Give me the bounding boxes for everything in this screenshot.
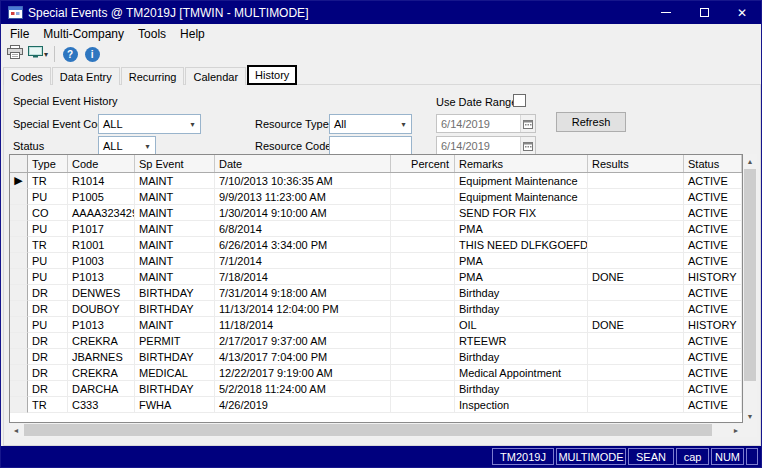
table-row[interactable]: DR CREKRA MEDICAL 12/22/2017 9:19:00 AM …: [10, 365, 742, 381]
table-row[interactable]: PU P1017 MAINT 6/8/2014 PMA ACTIVE: [10, 221, 742, 237]
cell-date: 1/30/2014 9:10:00 AM: [215, 205, 391, 221]
table-row[interactable]: TR C333 FWHA 4/26/2019 Inspection ACTIVE: [10, 397, 742, 413]
scroll-left-icon[interactable]: ◄: [9, 423, 23, 437]
refresh-button[interactable]: Refresh: [556, 112, 626, 132]
table-row[interactable]: DR CREKRA PERMIT 2/17/2017 9:37:00 AM RT…: [10, 333, 742, 349]
scroll-right-icon[interactable]: ►: [729, 423, 743, 437]
col-header-remarks[interactable]: Remarks: [455, 155, 588, 172]
use-date-range-checkbox[interactable]: [513, 94, 526, 107]
menu-tools[interactable]: Tools: [131, 26, 173, 42]
table-row[interactable]: CO AAAA323429 MAINT 1/30/2014 9:10:00 AM…: [10, 205, 742, 221]
tab-recurring[interactable]: Recurring: [121, 67, 185, 85]
col-header-type[interactable]: Type: [28, 155, 68, 172]
table-row[interactable]: PU P1003 MAINT 7/1/2014 PMA ACTIVE: [10, 253, 742, 269]
cell-percent: [391, 317, 455, 333]
toolbar-separator: [54, 46, 55, 62]
chevron-down-icon[interactable]: ▾: [44, 50, 48, 59]
table-row[interactable]: DR DENWES BIRTHDAY 7/31/2014 9:18:00 AM …: [10, 285, 742, 301]
cell-remarks: PMA: [455, 221, 588, 237]
cell-results: [588, 333, 684, 349]
vertical-scroll-thumb[interactable]: [744, 169, 756, 381]
cell-status: HISTORY: [684, 269, 742, 285]
col-header-date[interactable]: Date: [215, 155, 391, 172]
cell-code: CREKRA: [68, 365, 135, 381]
scroll-up-icon[interactable]: ▲: [743, 154, 757, 168]
table-row[interactable]: PU P1013 MAINT 7/18/2014 PMA DONE HISTOR…: [10, 269, 742, 285]
scroll-down-icon[interactable]: ▼: [743, 409, 757, 423]
table-row[interactable]: ▶ TR R1014 MAINT 7/10/2013 10:36:35 AM E…: [10, 173, 742, 189]
cell-code: CREKRA: [68, 333, 135, 349]
col-header-results[interactable]: Results: [588, 155, 684, 172]
horizontal-scroll-thumb[interactable]: [24, 424, 712, 436]
col-header-status[interactable]: Status: [684, 155, 742, 172]
table-row[interactable]: DR DARCHA BIRTHDAY 5/2/2018 11:24:00 AM …: [10, 381, 742, 397]
minimize-button[interactable]: [647, 1, 685, 24]
cell-status: ACTIVE: [684, 189, 742, 205]
cell-remarks: Birthday: [455, 381, 588, 397]
table-row[interactable]: TR R1001 MAINT 6/26/2014 3:34:00 PM THIS…: [10, 237, 742, 253]
resource-type-select[interactable]: All ▾: [329, 114, 412, 134]
table-row[interactable]: PU P1013 MAINT 11/18/2014 OIL DONE HISTO…: [10, 317, 742, 333]
date-from-field[interactable]: 6/14/2019: [436, 114, 536, 133]
cell-results: [588, 189, 684, 205]
cell-sp-event: MAINT: [135, 317, 215, 333]
cell-status: ACTIVE: [684, 173, 742, 189]
cell-type: PU: [28, 221, 68, 237]
cell-sp-event: PERMIT: [135, 333, 215, 349]
cell-remarks: RTEEWR: [455, 333, 588, 349]
cell-code: P1005: [68, 189, 135, 205]
window-title: Special Events @ TM2019J [TMWIN - MULTIM…: [28, 6, 308, 20]
tab-history[interactable]: History: [247, 65, 297, 85]
table-row[interactable]: PU P1005 MAINT 9/9/2013 11:23:00 AM Equi…: [10, 189, 742, 205]
calendar-icon[interactable]: [520, 137, 535, 154]
cell-date: 6/26/2014 3:34:00 PM: [215, 237, 391, 253]
cell-type: DR: [28, 285, 68, 301]
close-button[interactable]: ✕: [723, 1, 761, 24]
cell-date: 4/13/2017 7:04:00 PM: [215, 349, 391, 365]
special-event-code-select[interactable]: ALL ▾: [98, 114, 201, 134]
col-header-sp-event[interactable]: Sp Event: [135, 155, 215, 172]
table-row[interactable]: DR DOUBOY BIRTHDAY 11/13/2014 12:04:00 P…: [10, 301, 742, 317]
export-button[interactable]: ▾: [26, 43, 50, 65]
menu-multi-company[interactable]: Multi-Company: [36, 26, 131, 42]
cell-sp-event: MEDICAL: [135, 365, 215, 381]
cell-code: DOUBOY: [68, 301, 135, 317]
help-button[interactable]: ?: [59, 43, 81, 65]
maximize-button[interactable]: [685, 1, 723, 24]
status-resize-grip: [746, 448, 758, 465]
section-title: Special Event History: [13, 95, 118, 107]
app-window: Special Events @ TM2019J [TMWIN - MULTIM…: [0, 0, 762, 468]
cell-remarks: PMA: [455, 253, 588, 269]
tab-codes[interactable]: Codes: [3, 67, 51, 85]
table-row[interactable]: DR JBARNES BIRTHDAY 4/13/2017 7:04:00 PM…: [10, 349, 742, 365]
cell-sp-event: BIRTHDAY: [135, 349, 215, 365]
cell-percent: [391, 333, 455, 349]
menu-file[interactable]: File: [3, 26, 36, 42]
cell-code: C333: [68, 397, 135, 413]
export-icon: [28, 45, 43, 63]
cell-date: 6/8/2014: [215, 221, 391, 237]
print-button[interactable]: [4, 43, 26, 65]
cell-remarks: Equipment Maintenance: [455, 173, 588, 189]
resource-code-input[interactable]: [329, 136, 412, 156]
tab-data-entry[interactable]: Data Entry: [52, 67, 120, 85]
vertical-scrollbar[interactable]: ▲ ▼: [743, 154, 757, 423]
special-event-code-label: Special Event Code: [13, 118, 110, 130]
cell-percent: [391, 381, 455, 397]
horizontal-scrollbar[interactable]: ◄ ►: [9, 423, 743, 437]
info-button[interactable]: i: [81, 43, 103, 65]
col-header-percent[interactable]: Percent: [391, 155, 455, 172]
col-header-code[interactable]: Code: [68, 155, 135, 172]
row-marker: [10, 381, 28, 397]
date-to-field[interactable]: 6/14/2019: [436, 136, 536, 155]
cell-status: ACTIVE: [684, 285, 742, 301]
menu-help[interactable]: Help: [173, 26, 212, 42]
cell-code: AAAA323429: [68, 205, 135, 221]
chevron-down-icon: ▾: [396, 120, 411, 129]
status-select[interactable]: ALL ▾: [98, 136, 156, 156]
cell-remarks: Birthday: [455, 349, 588, 365]
calendar-icon[interactable]: [520, 115, 535, 132]
tab-calendar[interactable]: Calendar: [185, 67, 246, 85]
scrollbar-corner: [743, 423, 757, 437]
cell-status: ACTIVE: [684, 237, 742, 253]
